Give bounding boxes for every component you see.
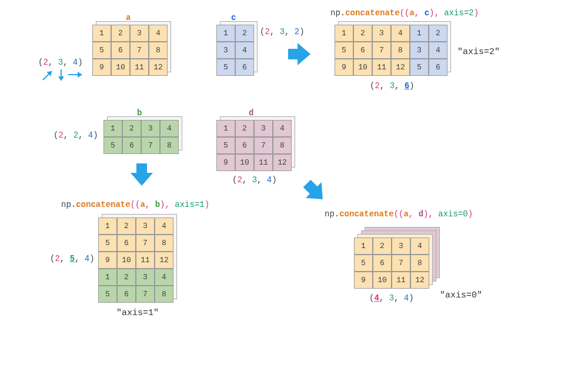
- cell: 7: [372, 42, 391, 59]
- cell: 9: [354, 272, 373, 289]
- cell: 6: [235, 59, 254, 76]
- axis2-direction-icon: [68, 74, 79, 75]
- cell: 4: [155, 218, 173, 235]
- cell: 3: [410, 42, 429, 59]
- array-c-shape: (2, 3, 2): [260, 27, 305, 36]
- cell: 5: [98, 286, 117, 303]
- cell: 3: [216, 42, 235, 59]
- cell: 1: [98, 218, 117, 235]
- cell: 2: [235, 120, 254, 137]
- cell: 2: [117, 269, 136, 286]
- cell: 2: [235, 25, 254, 42]
- cell: 4: [391, 25, 410, 42]
- cell: 6: [353, 42, 372, 59]
- cell: 9: [98, 252, 117, 269]
- cell: 4: [155, 269, 173, 286]
- cell: 8: [160, 137, 179, 154]
- axis0-direction-icon: [42, 71, 52, 81]
- cell: 6: [122, 137, 141, 154]
- cell: 5: [216, 59, 235, 76]
- cell: 2: [429, 25, 447, 42]
- cell: 2: [122, 120, 141, 137]
- cell: 6: [429, 59, 447, 76]
- cell: 2: [353, 25, 372, 42]
- array-a-shape: (2, 3, 4): [38, 58, 83, 67]
- cell: 5: [98, 235, 117, 252]
- cell: 3: [141, 120, 160, 137]
- cell: 7: [136, 286, 155, 303]
- cell: 3: [254, 120, 273, 137]
- array-c-grid: 12 34 56: [216, 25, 254, 76]
- cell: 7: [141, 137, 160, 154]
- result-axis2-grid: 123412 567834 910111256: [335, 25, 447, 76]
- cell: 10: [373, 272, 392, 289]
- cell: 3: [136, 269, 155, 286]
- cell: 12: [410, 272, 429, 289]
- cell: 8: [410, 255, 429, 272]
- cell: 4: [149, 25, 168, 42]
- cell: 4: [410, 238, 429, 255]
- cell: 8: [155, 235, 173, 252]
- cell: 4: [160, 120, 179, 137]
- cell: 11: [130, 59, 149, 76]
- cell: 12: [149, 59, 168, 76]
- cell: 4: [235, 42, 254, 59]
- array-d-grid: 1234 5678 9101112: [216, 120, 292, 171]
- array-a-grid: 1234 5678 9101112: [92, 25, 168, 76]
- cell: 2: [373, 238, 392, 255]
- cell: 3: [136, 218, 155, 235]
- result-axis1-shape: (2, 5, 4): [50, 254, 95, 263]
- cell: 1: [92, 25, 111, 42]
- cell: 1: [103, 120, 122, 137]
- cell: 10: [117, 252, 136, 269]
- cell: 8: [149, 42, 168, 59]
- axis1-text: "axis=1": [116, 308, 159, 318]
- cell: 8: [273, 137, 292, 154]
- cell: 11: [254, 154, 273, 171]
- cell: 1: [216, 25, 235, 42]
- cell: 5: [92, 42, 111, 59]
- cell: 6: [111, 42, 130, 59]
- cell: 3: [130, 25, 149, 42]
- array-b-label: b: [137, 108, 142, 118]
- cell: 4: [273, 120, 292, 137]
- cell: 1: [410, 25, 429, 42]
- cell: 12: [273, 154, 292, 171]
- axis1-direction-icon: [61, 69, 62, 78]
- cell: 8: [391, 42, 410, 59]
- cell: 12: [391, 59, 410, 76]
- cell: 1: [335, 25, 353, 42]
- cell: 10: [111, 59, 130, 76]
- cell: 12: [155, 252, 173, 269]
- cell: 9: [335, 59, 353, 76]
- cell: 6: [117, 286, 136, 303]
- cell: 1: [354, 238, 373, 255]
- cell: 6: [235, 137, 254, 154]
- cell: 7: [254, 137, 273, 154]
- array-b-shape: (2, 2, 4): [54, 131, 98, 140]
- array-a-label: a: [126, 13, 131, 22]
- cell: 2: [117, 218, 136, 235]
- cell: 11: [136, 252, 155, 269]
- cell: 1: [98, 269, 117, 286]
- cell: 6: [117, 235, 136, 252]
- cell: 9: [216, 154, 235, 171]
- code-axis0: np.concatenate((a, d), axis=0): [325, 209, 473, 219]
- result-axis0-grid: 1234 5678 9101112: [354, 238, 429, 289]
- cell: 3: [372, 25, 391, 42]
- cell: 2: [111, 25, 130, 42]
- cell: 4: [429, 42, 447, 59]
- cell: 11: [372, 59, 391, 76]
- array-d-shape: (2, 3, 4): [232, 175, 277, 185]
- cell: 3: [392, 238, 410, 255]
- cell: 7: [136, 235, 155, 252]
- cell: 11: [392, 272, 410, 289]
- code-axis1: np.concatenate((a, b), axis=1): [61, 200, 209, 209]
- cell: 5: [354, 255, 373, 272]
- cell: 7: [392, 255, 410, 272]
- result-axis1-grid: 1234 5678 9101112 1234 5678: [98, 218, 173, 303]
- axis2-text: "axis=2": [457, 47, 500, 57]
- cell: 10: [353, 59, 372, 76]
- code-axis2: np.concatenate((a, c), axis=2): [330, 8, 479, 18]
- cell: 5: [103, 137, 122, 154]
